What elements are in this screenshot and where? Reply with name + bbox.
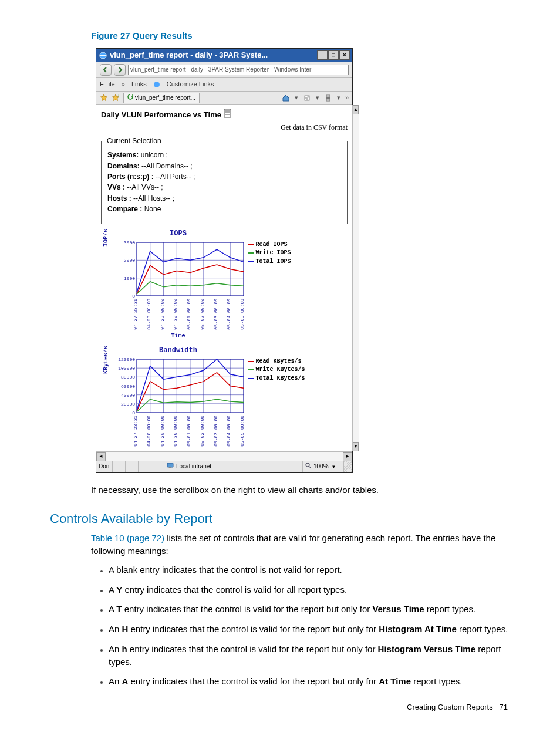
status-bar: Don Local intranet 100% ▼ [96, 461, 352, 472]
svg-text:04-27 23:31: 04-27 23:31 [133, 416, 138, 447]
svg-text:05-05 00:00: 05-05 00:00 [239, 416, 245, 447]
legend-write-iops: Write IOPS [256, 249, 291, 258]
domains-label: Domains: [107, 162, 140, 170]
scroll-down-button[interactable]: ▼ [353, 442, 359, 451]
tab-label: vlun_perf_time report... [135, 94, 195, 103]
iops-xlabel: Time [171, 332, 185, 341]
svg-text:05-02 00:00: 05-02 00:00 [199, 299, 204, 330]
section-heading: Controls Available by Report [50, 509, 510, 528]
ie-icon [99, 51, 107, 60]
back-button[interactable] [100, 64, 112, 76]
zoom-icon [305, 463, 312, 472]
bw-title: Bandwidth [159, 346, 197, 356]
svg-point-1 [154, 82, 160, 87]
compare-value: None [144, 205, 161, 213]
scroll-track[interactable] [353, 114, 359, 442]
systems-label: Systems: [107, 151, 139, 159]
status-intranet: Local intranet [176, 463, 211, 471]
list-item: An H entry indicates that the control is… [109, 623, 510, 636]
menu-bar: File » Links Customize Links [96, 78, 352, 92]
list-item: An A entry indicates that the control is… [109, 675, 510, 688]
svg-text:05-03 00:00: 05-03 00:00 [212, 416, 218, 447]
page-content: Daily VLUN Performance vs Time Get data … [96, 105, 352, 451]
csv-link[interactable]: Get data in CSV format [259, 123, 348, 133]
nav-bar: vlun_perf_time report - daily - 3PAR Sys… [96, 62, 352, 78]
figure-caption: Figure 27 Query Results [91, 29, 510, 42]
svg-text:05-03 00:00: 05-03 00:00 [212, 299, 218, 330]
status-zoom: 100% [313, 463, 329, 471]
svg-text:05-04 00:00: 05-04 00:00 [226, 299, 231, 330]
home-icon[interactable] [282, 94, 290, 102]
document-icon[interactable] [224, 109, 232, 121]
scroll-right-button[interactable]: ► [343, 452, 352, 461]
close-button[interactable]: × [339, 50, 350, 60]
bullet-list: A blank entry indicates that the control… [109, 563, 510, 688]
bandwidth-chart: KBytes/s Bandwidth 020000400006000080000… [101, 346, 348, 448]
status-left: Don [96, 461, 113, 472]
svg-text:20000: 20000 [120, 401, 134, 407]
print-icon[interactable] [324, 94, 332, 102]
svg-text:05-01 00:00: 05-01 00:00 [186, 416, 191, 447]
horizontal-scrollbar[interactable]: ◄ ► [96, 451, 352, 461]
bw-ylabel: KBytes/s [101, 346, 111, 394]
menu-file[interactable]: File [100, 80, 115, 87]
bw-legend: Read KBytes/s Write KBytes/s Total KByte… [248, 357, 305, 383]
iops-chart: IOP/s IOPS 010002000300004-27 23:3104-28… [101, 229, 348, 341]
maximize-button[interactable]: □ [328, 50, 339, 60]
svg-point-71 [306, 463, 309, 467]
svg-text:+: + [117, 94, 120, 98]
list-item: An h entry indicates that the control is… [109, 643, 510, 669]
browser-window: vlun_perf_time report - daily - 3PAR Sys… [96, 48, 353, 473]
scroll-up-button[interactable]: ▲ [353, 105, 359, 114]
legend-read-bw: Read KBytes/s [256, 357, 302, 366]
systems-value: unicorn ; [141, 151, 168, 159]
svg-text:04-27 23:31: 04-27 23:31 [133, 299, 138, 330]
scroll-track-h[interactable] [106, 452, 343, 461]
list-item: A T entry indicates that the control is … [109, 603, 510, 616]
iops-legend: Read IOPS Write IOPS Total IOPS [248, 241, 291, 266]
svg-rect-69 [167, 463, 173, 467]
current-selection-box: Current Selection Systems: unicorn ; Dom… [101, 141, 348, 224]
intranet-icon [167, 462, 174, 472]
svg-text:04-29 00:00: 04-29 00:00 [159, 416, 164, 447]
resize-grip[interactable] [344, 461, 352, 472]
svg-text:0: 0 [132, 293, 135, 299]
domains-value: --All Domains-- ; [141, 162, 193, 170]
svg-text:05-01 00:00: 05-01 00:00 [186, 299, 191, 330]
browser-tab[interactable]: vlun_perf_time report... [123, 93, 200, 104]
svg-text:3000: 3000 [123, 240, 134, 245]
svg-text:2000: 2000 [123, 258, 134, 263]
feed-icon[interactable] [303, 94, 311, 102]
svg-text:1000: 1000 [123, 276, 134, 281]
svg-text:80000: 80000 [120, 374, 134, 380]
legend-total-iops: Total IOPS [256, 258, 291, 266]
refresh-icon [127, 94, 133, 103]
hosts-value: --All Hosts-- ; [133, 194, 174, 202]
svg-rect-70 [169, 467, 171, 468]
vvs-label: VVs : [107, 183, 125, 191]
minimize-button[interactable]: _ [317, 50, 328, 60]
menu-customize-links[interactable]: Customize Links [167, 80, 214, 87]
table-ref-link[interactable]: Table 10 (page 72) [91, 533, 164, 543]
svg-point-4 [305, 99, 306, 100]
after-figure-text: If necessary, use the scrollbox on the r… [91, 484, 510, 497]
iops-title: IOPS [170, 229, 187, 239]
address-bar[interactable]: vlun_perf_time report - daily - 3PAR Sys… [128, 65, 349, 75]
ports-value: --All Ports-- ; [156, 173, 195, 181]
add-favorite-icon[interactable]: + [112, 94, 120, 102]
svg-text:04-30 00:00: 04-30 00:00 [173, 299, 178, 330]
svg-text:04-28 00:00: 04-28 00:00 [146, 299, 151, 330]
vertical-scrollbar[interactable]: ▲ ▼ [352, 105, 359, 451]
favorite-star-icon[interactable] [100, 94, 108, 102]
forward-button[interactable] [114, 64, 126, 76]
svg-rect-7 [326, 99, 330, 101]
ie-small-icon [153, 81, 160, 88]
svg-rect-3 [304, 95, 310, 101]
compare-label: Compare : [107, 205, 142, 213]
toolbar: + vlun_perf_time report... ▾ ▾ ▾ » [96, 92, 352, 106]
ports-label: Ports (n:s:p) : [107, 173, 154, 181]
menu-links[interactable]: Links [131, 80, 147, 87]
svg-text:04-30 00:00: 04-30 00:00 [173, 416, 178, 447]
scroll-left-button[interactable]: ◄ [96, 452, 106, 461]
svg-rect-8 [224, 109, 231, 117]
